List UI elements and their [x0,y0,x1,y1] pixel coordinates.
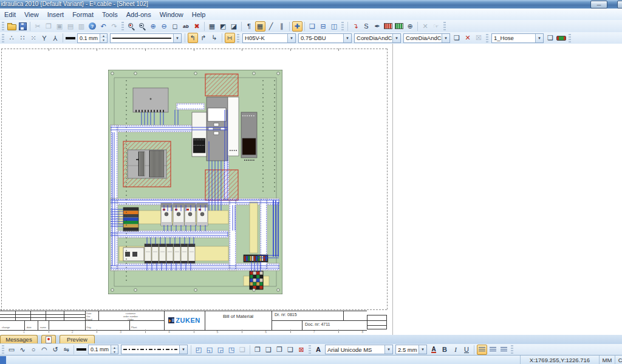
wire-corner-3-icon[interactable]: ↳ [210,33,220,43]
tile-horizontal-icon[interactable]: ⊟ [318,21,329,32]
tile-vertical-icon[interactable]: ◫ [329,21,340,32]
chevron-down-icon[interactable]: ▼ [419,345,426,354]
zoom-increase-icon[interactable]: ⊕ [148,21,159,32]
copy-graphic-icon[interactable]: ❐ [253,345,263,355]
line-width-spinner-value[interactable]: 0.1 mm [78,35,100,41]
select-vertices-icon[interactable]: ◰ [194,345,204,355]
chevron-down-icon[interactable]: ▼ [287,34,295,42]
chevron-down-icon[interactable]: ▼ [392,34,400,42]
line-style-select[interactable]: ▼ [110,33,182,43]
core-diameter-select[interactable]: CoreDiaAndColour▼ [354,33,401,43]
font-color-icon-button[interactable]: A [429,345,439,355]
arc3-tool-icon[interactable]: ↺ [50,345,61,355]
cut-icon[interactable]: ✂ [33,21,43,32]
toolbar-grip[interactable] [569,34,571,42]
rectangle-tool-icon[interactable]: ▭ [7,345,17,355]
menu-insert[interactable]: Insert [43,8,69,20]
assign-hose-icon[interactable]: ❏ [545,33,556,43]
menu-edit[interactable]: Edit [0,8,20,20]
zoom-decrease-icon[interactable]: ⊖ [159,21,169,32]
menu-view[interactable]: View [20,8,43,20]
underline-icon[interactable]: U [462,345,472,355]
chevron-down-icon[interactable]: ▼ [442,34,449,42]
hose-select[interactable]: 1_Hose▼ [491,33,544,43]
connector-node-icon[interactable]: ∴ [7,33,17,43]
spinner-up-icon[interactable]: ▲ [100,34,107,38]
save-icon-button[interactable] [18,21,28,32]
redo-icon[interactable]: ↷ [109,21,120,32]
pan-icon[interactable]: ☞ [431,21,442,32]
menu-addons[interactable]: Add-ons [122,8,156,20]
minimize-button[interactable]: — [590,1,607,8]
select-symbol-icon[interactable]: ◩ [218,21,228,32]
device-red-icon-button[interactable] [383,21,394,32]
chevron-down-icon[interactable]: ▼ [179,345,187,354]
spline-tool-icon[interactable]: ∿ [18,345,28,355]
wire-merge-icon[interactable]: Y [50,33,61,43]
scale-graphic-icon[interactable]: ◲ [216,345,226,355]
double-line-tool-icon[interactable]: ∥ [277,21,287,32]
delete-icon[interactable]: ✖ [192,21,202,32]
line-width-spinner[interactable]: 0.1 mm▲▼ [77,33,108,43]
font-size-select[interactable]: 2.5 mm▼ [395,345,427,354]
line-style-select-2[interactable]: ▼ [121,345,188,354]
toolbar-grip[interactable] [511,345,513,354]
assign-wire-icon[interactable]: ❏ [452,33,462,43]
import-sheet-icon[interactable]: ↴ [350,21,361,32]
tab-preview[interactable]: Preview [60,335,95,343]
menu-help[interactable]: Help [188,8,210,20]
formatting-marks-icon[interactable]: ¶ [244,21,255,32]
chevron-down-icon[interactable]: ▼ [173,34,181,42]
line-width-swatch-button[interactable] [66,33,76,43]
connector-pair-icon[interactable]: ⁙ [29,33,39,43]
align-left-icon-button[interactable] [477,345,487,355]
wire-split-icon[interactable]: Y [39,33,50,43]
order-up-icon[interactable]: ❒ [275,345,285,355]
zoom-in-icon-button[interactable] [126,21,137,32]
open-icon-button[interactable] [7,21,17,32]
toolbar-grip[interactable] [237,34,239,42]
connector-pins-icon[interactable]: ∷ [18,33,28,43]
bold-icon[interactable]: B [440,345,450,355]
origin-icon[interactable]: ⊕ [405,21,415,32]
unroute-wire-icon[interactable]: ✕ [463,33,473,43]
chevron-down-icon[interactable]: ▼ [384,345,392,354]
toolbar-grip[interactable] [2,22,4,30]
core-select[interactable]: 0.75-DBU▼ [298,33,352,43]
pin-icon[interactable]: ✒ [372,21,383,32]
line-width-spinner-2-value[interactable]: 0.1 mm [89,346,111,352]
toolbar-grip[interactable] [121,22,124,30]
line-tool-icon[interactable]: ╱ [266,21,276,32]
zoom-window-icon[interactable]: ◻ [170,21,180,32]
cascade-windows-icon[interactable]: ❏ [307,21,318,32]
menu-tools[interactable]: Tools [98,8,122,20]
move-tool-icon[interactable]: ✚ [292,21,302,32]
italic-icon[interactable]: I [451,345,461,355]
wire-type-select[interactable]: H05V-K▼ [242,33,296,43]
toolbar-grip[interactable] [443,22,446,30]
delete-mode-icon[interactable]: ✕ [420,21,431,32]
arc-tool-icon[interactable]: ◠ [39,345,50,355]
find-icon-button[interactable]: ab [181,21,191,32]
menu-format[interactable]: Format [68,8,98,20]
format-painter-icon[interactable]: ▤ [66,21,76,32]
font-icon-button[interactable]: A [313,345,324,355]
drawing-canvas[interactable]: changedatenameDateUsr.FixedOrig.Plant. Z… [0,44,622,335]
lock-wire-icon[interactable]: ☒ [474,33,484,43]
zoom-out-icon-button[interactable] [137,21,148,32]
paste-icon[interactable]: ▣ [55,21,65,32]
undo-icon[interactable]: ↶ [98,21,109,32]
device-green-icon-button[interactable] [394,21,405,32]
pin-snap-icon[interactable]: ∺ [225,33,235,43]
tab-alert[interactable] [41,335,56,343]
grid-icon[interactable]: ▦ [207,21,217,32]
align-center-icon-button[interactable] [488,345,498,355]
move-graphic-icon[interactable]: ❑ [264,345,274,355]
wire-corner-2-icon[interactable]: ↱ [199,33,209,43]
tab-messages[interactable]: Messages [0,335,38,343]
order-down-icon[interactable]: ❏ [285,345,296,355]
hose-icon-button[interactable] [556,33,567,43]
rotate-graphic-icon[interactable]: ◳ [227,345,237,355]
delete-graphic-icon[interactable]: ⊠ [296,345,307,355]
chevron-down-icon[interactable]: ▼ [535,34,543,42]
